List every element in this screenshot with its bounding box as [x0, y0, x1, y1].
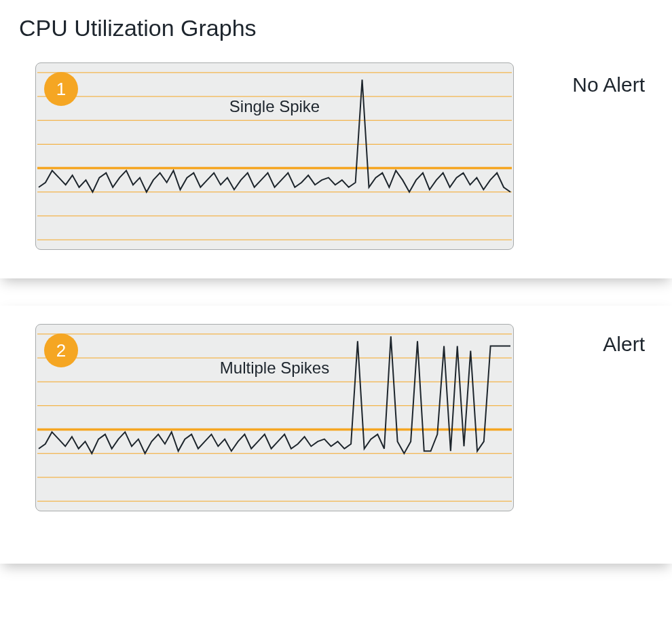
status-label-no-alert: No Alert	[572, 73, 645, 96]
page: CPU Utilization Graphs No Alert Alert 1 …	[0, 0, 672, 620]
chart-badge-2: 2	[44, 333, 78, 367]
chart-single-spike: 1 Single Spike	[35, 62, 514, 250]
ticks-group-1: 100%90%80%70%60%50%40%30%	[0, 62, 35, 250]
chart-caption-2: Multiple Spikes	[220, 359, 329, 378]
ticks-group-2: 100%90%80%70%60%50%40%30%	[0, 324, 35, 511]
status-label-alert: Alert	[603, 333, 645, 356]
page-title: CPU Utilization Graphs	[19, 15, 257, 41]
chart-svg-2	[36, 325, 513, 511]
data-series-line	[39, 336, 510, 453]
chart-svg-1	[36, 63, 513, 249]
chart-caption-1: Single Spike	[229, 97, 320, 116]
chart-badge-1: 1	[44, 72, 78, 106]
chart-multiple-spikes: 2 Multiple Spikes	[35, 324, 514, 511]
